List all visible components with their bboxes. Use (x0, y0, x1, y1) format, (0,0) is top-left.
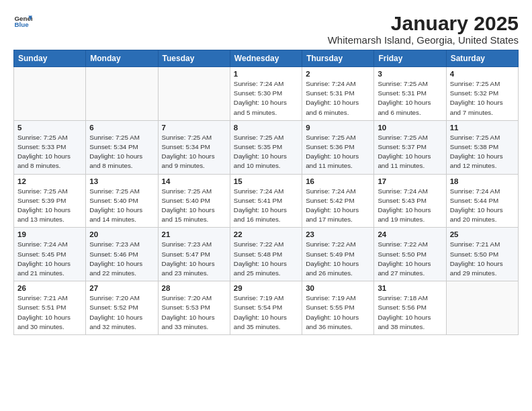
day-number: 23 (306, 230, 370, 238)
calendar-week-5: 26Sunrise: 7:21 AMSunset: 5:51 PMDayligh… (14, 281, 519, 335)
day-number: 5 (17, 124, 82, 132)
day-number: 10 (378, 124, 442, 132)
day-info: Sunrise: 7:22 AMSunset: 5:48 PMDaylight:… (234, 240, 298, 278)
day-info: Sunrise: 7:20 AMSunset: 5:52 PMDaylight:… (89, 293, 154, 332)
day-info: Sunrise: 7:25 AMSunset: 5:36 PMDaylight:… (306, 133, 370, 171)
table-row: 19Sunrise: 7:24 AMSunset: 5:45 PMDayligh… (14, 228, 86, 281)
day-info: Sunrise: 7:25 AMSunset: 5:32 PMDaylight:… (450, 79, 515, 118)
day-number: 22 (234, 230, 298, 238)
day-number: 30 (306, 284, 370, 292)
table-row: 18Sunrise: 7:24 AMSunset: 5:44 PMDayligh… (446, 174, 518, 228)
day-info: Sunrise: 7:21 AMSunset: 5:51 PMDaylight:… (17, 293, 82, 332)
header: General Blue January 2025 Whitemarsh Isl… (13, 12, 519, 46)
col-wednesday: Wednesday (230, 50, 302, 67)
day-info: Sunrise: 7:19 AMSunset: 5:55 PMDaylight:… (306, 293, 370, 332)
day-number: 19 (17, 230, 82, 238)
table-row: 27Sunrise: 7:20 AMSunset: 5:52 PMDayligh… (86, 281, 158, 335)
day-number: 20 (89, 230, 154, 238)
table-row: 11Sunrise: 7:25 AMSunset: 5:38 PMDayligh… (446, 120, 518, 174)
logo-icon: General Blue (13, 12, 32, 31)
day-info: Sunrise: 7:18 AMSunset: 5:56 PMDaylight:… (378, 293, 442, 332)
table-row: 12Sunrise: 7:25 AMSunset: 5:39 PMDayligh… (14, 174, 86, 228)
day-number: 2 (306, 70, 370, 78)
table-row: 15Sunrise: 7:24 AMSunset: 5:41 PMDayligh… (230, 174, 302, 228)
table-row: 13Sunrise: 7:25 AMSunset: 5:40 PMDayligh… (86, 174, 158, 228)
day-number: 14 (162, 177, 226, 185)
day-info: Sunrise: 7:24 AMSunset: 5:31 PMDaylight:… (306, 79, 370, 118)
table-row (14, 67, 86, 121)
day-info: Sunrise: 7:24 AMSunset: 5:45 PMDaylight:… (17, 240, 82, 278)
day-info: Sunrise: 7:23 AMSunset: 5:47 PMDaylight:… (162, 240, 226, 278)
day-number: 16 (306, 177, 370, 185)
day-info: Sunrise: 7:25 AMSunset: 5:38 PMDaylight:… (450, 133, 515, 171)
table-row: 9Sunrise: 7:25 AMSunset: 5:36 PMDaylight… (302, 120, 374, 174)
day-info: Sunrise: 7:24 AMSunset: 5:42 PMDaylight:… (306, 187, 370, 225)
calendar-title: January 2025 (328, 12, 519, 34)
day-number: 21 (162, 230, 226, 238)
table-row (158, 67, 230, 121)
day-number: 31 (378, 284, 442, 292)
col-thursday: Thursday (302, 50, 374, 67)
table-row: 5Sunrise: 7:25 AMSunset: 5:33 PMDaylight… (14, 120, 86, 174)
day-number: 26 (17, 284, 82, 292)
day-number: 18 (450, 177, 515, 185)
table-row (86, 67, 158, 121)
day-number: 4 (450, 70, 515, 78)
day-number: 12 (17, 177, 82, 185)
table-row: 20Sunrise: 7:23 AMSunset: 5:46 PMDayligh… (86, 228, 158, 281)
col-tuesday: Tuesday (158, 50, 230, 67)
day-info: Sunrise: 7:21 AMSunset: 5:50 PMDaylight:… (450, 240, 515, 278)
table-row: 23Sunrise: 7:22 AMSunset: 5:49 PMDayligh… (302, 228, 374, 281)
calendar-week-1: 1Sunrise: 7:24 AMSunset: 5:30 PMDaylight… (14, 67, 519, 121)
day-number: 17 (378, 177, 442, 185)
day-info: Sunrise: 7:24 AMSunset: 5:43 PMDaylight:… (378, 187, 442, 225)
table-row: 6Sunrise: 7:25 AMSunset: 5:34 PMDaylight… (86, 120, 158, 174)
day-info: Sunrise: 7:25 AMSunset: 5:31 PMDaylight:… (378, 79, 442, 118)
day-number: 27 (89, 284, 154, 292)
day-number: 9 (306, 124, 370, 132)
day-info: Sunrise: 7:25 AMSunset: 5:35 PMDaylight:… (234, 133, 298, 171)
day-info: Sunrise: 7:22 AMSunset: 5:49 PMDaylight:… (306, 240, 370, 278)
day-number: 7 (162, 124, 226, 132)
col-monday: Monday (86, 50, 158, 67)
table-row: 30Sunrise: 7:19 AMSunset: 5:55 PMDayligh… (302, 281, 374, 335)
logo: General Blue (13, 12, 34, 31)
day-number: 6 (89, 124, 154, 132)
table-row: 28Sunrise: 7:20 AMSunset: 5:53 PMDayligh… (158, 281, 230, 335)
day-number: 29 (234, 284, 298, 292)
day-number: 25 (450, 230, 515, 238)
table-row: 10Sunrise: 7:25 AMSunset: 5:37 PMDayligh… (374, 120, 446, 174)
title-block: January 2025 Whitemarsh Island, Georgia,… (328, 12, 519, 46)
table-row: 31Sunrise: 7:18 AMSunset: 5:56 PMDayligh… (374, 281, 446, 335)
table-row: 21Sunrise: 7:23 AMSunset: 5:47 PMDayligh… (158, 228, 230, 281)
day-info: Sunrise: 7:24 AMSunset: 5:30 PMDaylight:… (234, 79, 298, 118)
calendar-week-3: 12Sunrise: 7:25 AMSunset: 5:39 PMDayligh… (14, 174, 519, 228)
day-info: Sunrise: 7:20 AMSunset: 5:53 PMDaylight:… (162, 293, 226, 332)
table-row: 4Sunrise: 7:25 AMSunset: 5:32 PMDaylight… (446, 67, 518, 121)
table-row: 2Sunrise: 7:24 AMSunset: 5:31 PMDaylight… (302, 67, 374, 121)
day-info: Sunrise: 7:19 AMSunset: 5:54 PMDaylight:… (234, 293, 298, 332)
calendar-week-2: 5Sunrise: 7:25 AMSunset: 5:33 PMDaylight… (14, 120, 519, 174)
calendar-header-row: Sunday Monday Tuesday Wednesday Thursday… (14, 50, 519, 67)
table-row: 24Sunrise: 7:22 AMSunset: 5:50 PMDayligh… (374, 228, 446, 281)
day-number: 8 (234, 124, 298, 132)
day-info: Sunrise: 7:23 AMSunset: 5:46 PMDaylight:… (89, 240, 154, 278)
day-number: 24 (378, 230, 442, 238)
day-info: Sunrise: 7:25 AMSunset: 5:40 PMDaylight:… (162, 187, 226, 225)
col-friday: Friday (374, 50, 446, 67)
table-row: 7Sunrise: 7:25 AMSunset: 5:34 PMDaylight… (158, 120, 230, 174)
day-info: Sunrise: 7:25 AMSunset: 5:34 PMDaylight:… (162, 133, 226, 171)
table-row: 8Sunrise: 7:25 AMSunset: 5:35 PMDaylight… (230, 120, 302, 174)
col-sunday: Sunday (14, 50, 86, 67)
day-info: Sunrise: 7:25 AMSunset: 5:37 PMDaylight:… (378, 133, 442, 171)
table-row (446, 281, 518, 335)
table-row: 14Sunrise: 7:25 AMSunset: 5:40 PMDayligh… (158, 174, 230, 228)
day-number: 28 (162, 284, 226, 292)
day-number: 15 (234, 177, 298, 185)
day-info: Sunrise: 7:24 AMSunset: 5:44 PMDaylight:… (450, 187, 515, 225)
day-info: Sunrise: 7:24 AMSunset: 5:41 PMDaylight:… (234, 187, 298, 225)
page: General Blue January 2025 Whitemarsh Isl… (0, 0, 532, 342)
day-number: 13 (89, 177, 154, 185)
table-row: 1Sunrise: 7:24 AMSunset: 5:30 PMDaylight… (230, 67, 302, 121)
calendar-table: Sunday Monday Tuesday Wednesday Thursday… (13, 50, 519, 335)
